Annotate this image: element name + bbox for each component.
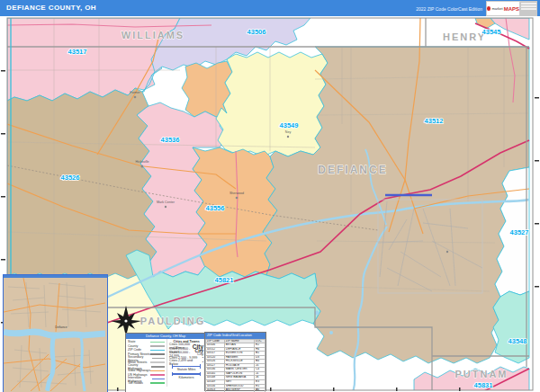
legend-cities: Cities and Towns Cities 100,000 and Abov… bbox=[166, 339, 205, 387]
town-label: Sherwood bbox=[230, 192, 244, 195]
region-43526 bbox=[7, 88, 157, 279]
zip-label-43545: 43545 bbox=[482, 28, 501, 36]
inset-map-svg: Defiance bbox=[4, 278, 105, 391]
table-row: 43536MARK CENTERC4 bbox=[206, 368, 266, 372]
pond bbox=[329, 331, 333, 334]
legend-swatch bbox=[150, 342, 165, 343]
region-43549 bbox=[216, 52, 328, 156]
page-title: DEFIANCE COUNTY, OH bbox=[6, 4, 96, 12]
legend-swatch bbox=[150, 353, 165, 355]
county-label-putnam: PUTNAM bbox=[454, 369, 508, 379]
table-row: 43527HOLGATEJ5 bbox=[206, 363, 266, 368]
table-row: 43556SHERWOODE5 bbox=[206, 384, 266, 388]
zip-label-43512: 43512 bbox=[425, 117, 444, 125]
zip-label-43548: 43548 bbox=[508, 337, 527, 345]
county-label-paulding: PAULDING bbox=[140, 316, 206, 326]
zip-label-45821: 45821 bbox=[215, 276, 234, 284]
town-label: Hicksville bbox=[136, 160, 149, 164]
county-label-williams: WILLIAMS bbox=[122, 30, 184, 40]
table-row: 43526HICKSVILLEB4 bbox=[206, 360, 266, 364]
legend-swatch bbox=[152, 358, 165, 360]
inset-city-map: Defiance bbox=[3, 274, 108, 392]
town-label: Mark Center bbox=[157, 200, 176, 204]
logo-maps-text: MAPS bbox=[504, 6, 519, 12]
logo-fineprint-box bbox=[520, 1, 537, 16]
zip-label-43527: 43527 bbox=[510, 228, 529, 236]
table-row: 43548NEW BAVARIAJ6 bbox=[206, 376, 266, 380]
table-row: 45813ANTWERPA6 bbox=[206, 388, 266, 392]
map-legend: Defiance County, OH Map State County ZIP… bbox=[125, 333, 206, 392]
zip-table-header-row: ZIP CodeZIP NameLOC bbox=[206, 339, 266, 343]
logo-dot-icon bbox=[487, 6, 490, 11]
legend-line-items: State County ZIP Code Primary Streets Se… bbox=[126, 339, 166, 387]
table-row: 43520FARMERD3 bbox=[206, 355, 266, 360]
zip-label-43536: 43536 bbox=[161, 136, 180, 144]
legend-swatch bbox=[150, 345, 165, 347]
zip-label-43517: 43517 bbox=[68, 48, 87, 56]
zip-label-43526: 43526 bbox=[61, 174, 80, 182]
table-row: 43517EDGERTONB1 bbox=[206, 352, 266, 356]
zip-index-table: ZIP Code Index/Grid Location ZIP CodeZIP… bbox=[204, 332, 266, 391]
logo-market-text: market bbox=[491, 6, 502, 11]
county-label-henry: HENRY bbox=[443, 31, 486, 42]
title-bar: DEFIANCE COUNTY, OH 2022 ZIP Code ColorC… bbox=[0, 0, 540, 16]
town-label: Farmer bbox=[130, 91, 140, 94]
region-43556 bbox=[193, 147, 277, 277]
legend-swatch bbox=[152, 379, 165, 380]
legend-swatch bbox=[150, 382, 165, 384]
scale-bar-miles: Statute Miles bbox=[169, 366, 203, 372]
legend-swatch bbox=[150, 361, 165, 363]
legend-swatch bbox=[150, 350, 165, 352]
zip-label-43506: 43506 bbox=[248, 28, 266, 36]
table-row: 43506BRYANE2 bbox=[206, 343, 266, 348]
legend-swatch bbox=[151, 366, 165, 368]
scale-bar-km: Kilometers bbox=[169, 373, 203, 379]
zip-label-43549: 43549 bbox=[280, 121, 299, 129]
legend-swatch bbox=[150, 370, 165, 372]
zip-label-43556: 43556 bbox=[206, 204, 225, 212]
legend-swatch bbox=[150, 374, 165, 376]
edition-label: 2022 ZIP Code ColorCast Edition bbox=[416, 6, 482, 12]
marketmaps-logo: market MAPS bbox=[486, 1, 520, 16]
county-label-defiance: DEFIANCE bbox=[318, 164, 387, 176]
table-row: 43545NAPOLEONJ1 bbox=[206, 371, 266, 376]
inset-city-label: Defiance bbox=[55, 325, 67, 329]
zip-label-45831: 45831 bbox=[474, 381, 493, 389]
table-row: 43512DEFIANCEH4 bbox=[206, 347, 266, 352]
town-label: Ney bbox=[285, 130, 292, 134]
region-43548 bbox=[493, 291, 529, 363]
